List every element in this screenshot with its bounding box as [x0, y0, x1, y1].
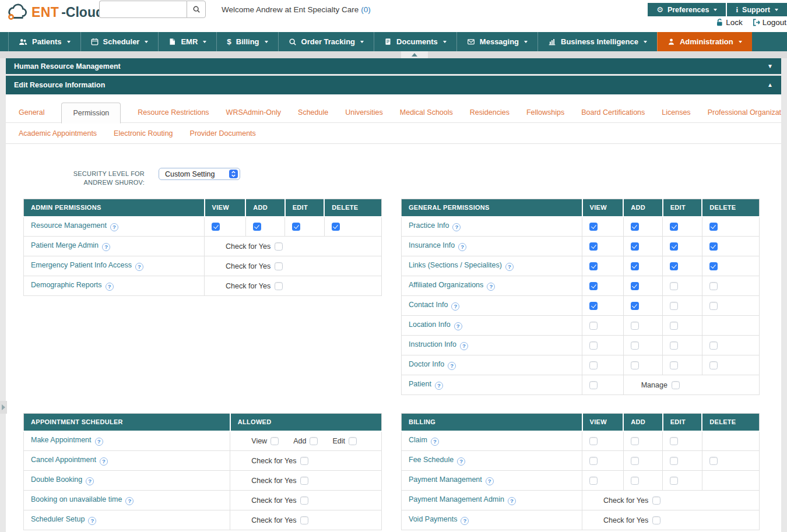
nav-item-administration[interactable]: Administration — [657, 32, 752, 51]
help-icon[interactable]: ? — [102, 243, 110, 251]
section-header-edit-resource[interactable]: Edit Resource Information ▲ — [6, 76, 781, 94]
checkbox-delete[interactable] — [709, 242, 718, 251]
checkbox-yes[interactable] — [652, 516, 660, 524]
nav-item-patients[interactable]: Patients — [8, 32, 80, 51]
checkbox-edit[interactable] — [670, 223, 678, 231]
checkbox-yes[interactable] — [652, 496, 660, 505]
checkbox-delete[interactable] — [709, 302, 718, 310]
checkbox-edit[interactable] — [670, 437, 678, 445]
nav-item-order-tracking[interactable]: Order Tracking — [278, 32, 374, 51]
help-icon[interactable]: ? — [435, 382, 443, 390]
help-icon[interactable]: ? — [135, 263, 143, 271]
nav-item-documents[interactable]: Documents — [374, 32, 456, 51]
checkbox-delete[interactable] — [709, 282, 718, 290]
sidebar-expand-handle[interactable] — [0, 401, 7, 414]
checkbox-view[interactable] — [270, 437, 279, 445]
checkbox-delete[interactable] — [709, 262, 718, 270]
search-button[interactable] — [187, 1, 206, 18]
checkbox-add[interactable] — [631, 302, 639, 310]
nav-item-messaging[interactable]: Messaging — [456, 32, 537, 51]
checkbox-manage[interactable] — [672, 381, 680, 389]
checkbox-edit[interactable] — [670, 242, 678, 251]
checkbox-view[interactable] — [589, 381, 598, 389]
checkbox-add[interactable] — [631, 341, 639, 350]
tab-academic-appointments[interactable]: Academic Appointments — [19, 129, 97, 138]
checkbox-add[interactable] — [631, 262, 639, 270]
checkbox-yes[interactable] — [300, 457, 308, 465]
checkbox-delete[interactable] — [709, 457, 718, 465]
tab-resource-restrictions[interactable]: Resource Restrictions — [138, 108, 209, 117]
checkbox-view[interactable] — [589, 341, 598, 350]
tab-wrsadmin-only[interactable]: WRSAdmin-Only — [226, 108, 281, 117]
checkbox-edit[interactable] — [670, 457, 678, 465]
tab-medical-schools[interactable]: Medical Schools — [400, 108, 453, 117]
tab-electronic-routing[interactable]: Electronic Routing — [114, 129, 173, 138]
nav-item-business-intelligence[interactable]: Business Intelligence — [537, 32, 657, 51]
help-icon[interactable]: ? — [508, 497, 516, 505]
tab-provider-documents[interactable]: Provider Documents — [190, 129, 256, 138]
logout-button[interactable]: Logout — [752, 18, 786, 27]
nav-item-scheduler[interactable]: Scheduler — [80, 32, 159, 51]
help-icon[interactable]: ? — [448, 362, 456, 370]
checkbox-edit[interactable] — [670, 477, 678, 485]
checkbox-view[interactable] — [589, 242, 598, 251]
tab-universities[interactable]: Universities — [345, 108, 383, 117]
checkbox-add[interactable] — [631, 322, 639, 330]
tab-board-certifications[interactable]: Board Certifications — [581, 108, 645, 117]
tab-schedule[interactable]: Schedule — [298, 108, 328, 117]
search-input[interactable] — [99, 1, 187, 18]
checkbox-edit[interactable] — [349, 437, 357, 445]
checkbox-yes[interactable] — [300, 496, 308, 505]
checkbox-delete[interactable] — [332, 223, 340, 231]
checkbox-add[interactable] — [631, 242, 639, 251]
preferences-button[interactable]: ⚙ Preferences — [648, 3, 726, 16]
checkbox-view[interactable] — [589, 262, 598, 270]
help-icon[interactable]: ? — [451, 302, 459, 311]
help-icon[interactable]: ? — [86, 477, 94, 485]
checkbox-add[interactable] — [310, 437, 318, 445]
checkbox-view[interactable] — [212, 223, 220, 231]
checkbox-add[interactable] — [631, 437, 639, 445]
checkbox-yes[interactable] — [300, 477, 308, 485]
checkbox-add[interactable] — [631, 282, 639, 290]
checkbox-view[interactable] — [589, 302, 598, 310]
checkbox-yes[interactable] — [300, 516, 308, 524]
help-icon[interactable]: ? — [486, 477, 494, 485]
checkbox-edit[interactable] — [292, 223, 300, 231]
tab-residencies[interactable]: Residencies — [470, 108, 510, 117]
checkbox-add[interactable] — [631, 223, 639, 231]
section-header-hrm[interactable]: Human Resource Management ▼ — [6, 58, 781, 74]
tab-general[interactable]: General — [19, 108, 44, 117]
support-button[interactable]: i Support — [726, 3, 787, 16]
scroll-up-indicator[interactable] — [401, 51, 428, 58]
tab-permission[interactable]: Permission — [61, 103, 121, 124]
checkbox-add[interactable] — [631, 361, 639, 369]
checkbox-edit[interactable] — [670, 322, 678, 330]
help-icon[interactable]: ? — [88, 517, 96, 525]
help-icon[interactable]: ? — [110, 223, 118, 231]
help-icon[interactable]: ? — [454, 322, 462, 330]
help-icon[interactable]: ? — [452, 223, 461, 231]
nav-item-billing[interactable]: $Billing — [216, 32, 277, 51]
tab-fellowships[interactable]: Fellowships — [526, 108, 564, 117]
checkbox-yes[interactable] — [275, 242, 283, 251]
checkbox-view[interactable] — [589, 361, 598, 369]
checkbox-view[interactable] — [589, 322, 598, 330]
checkbox-add[interactable] — [631, 457, 639, 465]
checkbox-view[interactable] — [589, 282, 598, 290]
checkbox-edit[interactable] — [670, 302, 678, 310]
checkbox-edit[interactable] — [670, 361, 678, 369]
help-icon[interactable]: ? — [457, 457, 465, 466]
checkbox-edit[interactable] — [670, 282, 678, 290]
tab-professional-organizations[interactable]: Professional Organizations — [708, 108, 781, 117]
checkbox-yes[interactable] — [275, 262, 283, 270]
help-icon[interactable]: ? — [458, 243, 466, 251]
help-icon[interactable]: ? — [125, 497, 133, 505]
help-icon[interactable]: ? — [106, 283, 114, 291]
lock-button[interactable]: Lock — [715, 18, 743, 27]
checkbox-delete[interactable] — [709, 223, 718, 231]
nav-item-emr[interactable]: EMR — [158, 32, 216, 51]
help-icon[interactable]: ? — [505, 263, 514, 271]
help-icon[interactable]: ? — [460, 342, 468, 350]
checkbox-view[interactable] — [589, 223, 598, 231]
